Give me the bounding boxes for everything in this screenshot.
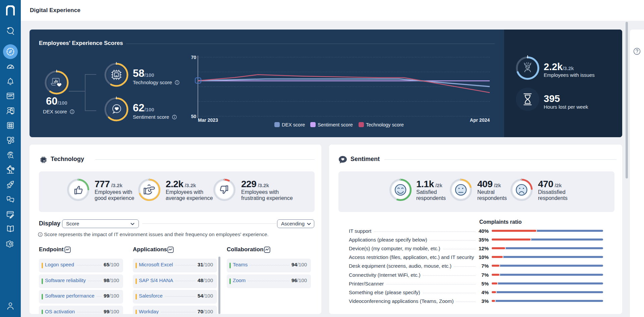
svg-text:Mar 2023: Mar 2023 bbox=[198, 117, 218, 123]
svg-text:Sentiment score: Sentiment score bbox=[318, 122, 353, 127]
svg-text:50: 50 bbox=[191, 114, 196, 119]
svg-text:70: 70 bbox=[191, 55, 196, 60]
svg-text:DEX score: DEX score bbox=[282, 122, 305, 127]
svg-text:Apr 2024: Apr 2024 bbox=[470, 117, 490, 123]
svg-text:Technology score: Technology score bbox=[366, 122, 404, 127]
